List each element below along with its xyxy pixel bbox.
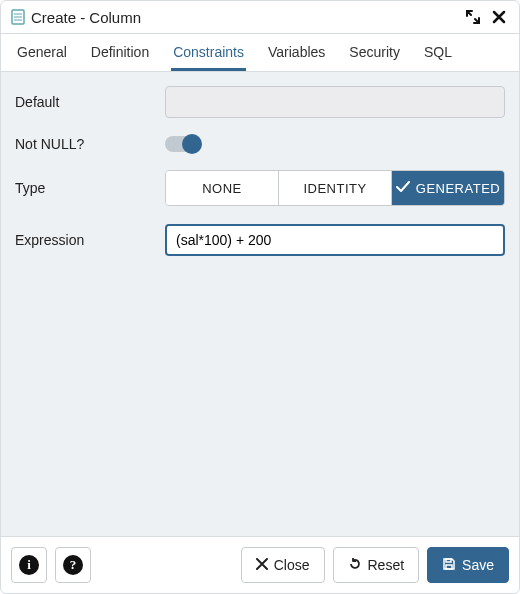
reset-button[interactable]: Reset	[333, 547, 420, 583]
tab-bar: General Definition Constraints Variables…	[1, 34, 519, 72]
x-icon	[256, 557, 268, 573]
tab-security[interactable]: Security	[347, 34, 402, 71]
toggle-knob	[182, 134, 202, 154]
save-button-label: Save	[462, 557, 494, 573]
reset-button-label: Reset	[368, 557, 405, 573]
expression-input[interactable]	[165, 224, 505, 256]
form-content: Default Not NULL? Type NONE IDENTITY	[1, 72, 519, 536]
label-default: Default	[15, 94, 165, 110]
close-button[interactable]: Close	[241, 547, 325, 583]
row-expression: Expression	[15, 224, 505, 256]
row-type: Type NONE IDENTITY GENERATED	[15, 170, 505, 206]
type-segmented: NONE IDENTITY GENERATED	[165, 170, 505, 206]
type-option-none[interactable]: NONE	[166, 171, 279, 205]
dialog-title: Create - Column	[31, 9, 457, 26]
row-default: Default	[15, 86, 505, 118]
footer: i ? Close Reset Save	[1, 536, 519, 593]
check-icon	[396, 181, 410, 196]
row-notnull: Not NULL?	[15, 136, 505, 152]
info-button[interactable]: i	[11, 547, 47, 583]
tab-general[interactable]: General	[15, 34, 69, 71]
save-button[interactable]: Save	[427, 547, 509, 583]
titlebar: Create - Column	[1, 1, 519, 34]
type-option-identity[interactable]: IDENTITY	[279, 171, 392, 205]
column-icon	[11, 9, 25, 25]
label-type: Type	[15, 180, 165, 196]
svg-rect-4	[446, 559, 451, 562]
type-option-generated[interactable]: GENERATED	[392, 171, 504, 205]
save-icon	[442, 557, 456, 574]
help-button[interactable]: ?	[55, 547, 91, 583]
notnull-toggle[interactable]	[165, 136, 199, 152]
tab-constraints[interactable]: Constraints	[171, 34, 246, 71]
tab-sql[interactable]: SQL	[422, 34, 454, 71]
label-expression: Expression	[15, 232, 165, 248]
tab-definition[interactable]: Definition	[89, 34, 151, 71]
info-icon: i	[19, 555, 39, 575]
svg-rect-5	[446, 565, 452, 569]
close-button-label: Close	[274, 557, 310, 573]
create-column-dialog: Create - Column General Definition Const…	[0, 0, 520, 594]
tab-variables[interactable]: Variables	[266, 34, 327, 71]
label-notnull: Not NULL?	[15, 136, 165, 152]
type-option-generated-label: GENERATED	[416, 181, 500, 196]
help-icon: ?	[63, 555, 83, 575]
default-input[interactable]	[165, 86, 505, 118]
expand-icon[interactable]	[463, 7, 483, 27]
reset-icon	[348, 557, 362, 574]
close-icon[interactable]	[489, 7, 509, 27]
